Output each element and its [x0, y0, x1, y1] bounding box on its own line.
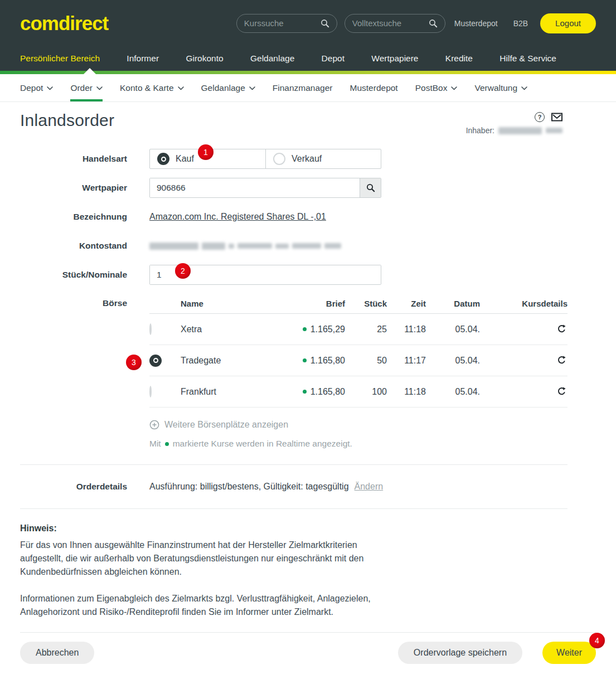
- radio-selected-icon[interactable]: [149, 355, 162, 367]
- realtime-dot-icon: [303, 358, 307, 362]
- kurssuche-search[interactable]: [236, 14, 337, 33]
- inhaber-redacted: [498, 127, 542, 134]
- boerse-table: Name Brief Stück Zeit Datum Kursdetails …: [149, 294, 568, 449]
- refresh-icon[interactable]: [557, 356, 566, 365]
- col-brief: Brief: [278, 299, 345, 308]
- hinweis-section: Hinweis: Für das von Ihnen ausgewählte F…: [20, 523, 596, 619]
- chevron-down-icon: [521, 86, 527, 90]
- handelsart-label: Handelsart: [20, 154, 127, 164]
- help-icon[interactable]: ?: [535, 112, 545, 122]
- divider: [20, 508, 568, 509]
- wertpapier-field: [149, 178, 381, 198]
- nav-depot[interactable]: Depot: [322, 54, 345, 64]
- col-stueck: Stück: [345, 299, 387, 308]
- search-icon: [321, 19, 329, 28]
- weiter-button[interactable]: Weiter: [542, 642, 596, 664]
- chevron-down-icon: [249, 86, 255, 90]
- top-header: comdirect Musterdepot B2B Logout: [0, 0, 616, 46]
- subnav-order[interactable]: Order: [70, 74, 103, 101]
- volltextsuche-search[interactable]: [345, 14, 445, 33]
- inhaber-label: Inhaber:: [466, 126, 494, 135]
- wertpapier-label: Wertpapier: [20, 183, 127, 193]
- divider: [20, 632, 596, 633]
- annotation-badge-1: 1: [198, 144, 214, 160]
- hinweis-paragraph-2: Informationen zum Eigenabgleich des Ziel…: [20, 592, 382, 619]
- footer-actions: Abbrechen Ordervorlage speichern Weiter …: [20, 642, 596, 678]
- verkauf-radio-option[interactable]: Verkauf: [265, 149, 381, 168]
- volltextsuche-input[interactable]: [352, 18, 429, 28]
- col-datum: Datum: [426, 299, 480, 308]
- inhaber-redacted: [546, 128, 562, 133]
- kurssuche-input[interactable]: [244, 18, 321, 28]
- wertpapier-search-button[interactable]: [360, 178, 381, 197]
- subnav-verwaltung[interactable]: Verwaltung: [474, 74, 527, 101]
- aendern-link[interactable]: Ändern: [355, 482, 384, 492]
- handelsart-segmented-control: Kauf 1 Verkauf: [149, 149, 381, 169]
- abbrechen-button[interactable]: Abbrechen: [20, 642, 94, 664]
- subnav-geldanlage[interactable]: Geldanlage: [201, 74, 255, 101]
- musterdepot-link[interactable]: Musterdepot: [454, 19, 498, 28]
- wertpapier-input[interactable]: [150, 178, 360, 197]
- chevron-down-icon: [451, 86, 457, 90]
- mail-icon[interactable]: [551, 113, 562, 122]
- table-row-tradegate[interactable]: 3 Tradegate 1.165,80 50 11:17 05.04.: [149, 345, 568, 376]
- plus-circle-icon: [149, 420, 159, 430]
- order-form: Handelsart Kauf 1 Verkauf Wertpapier: [20, 149, 596, 678]
- kauf-radio-option[interactable]: Kauf 1: [150, 149, 265, 168]
- subnav-konto-karte[interactable]: Konto & Karte: [120, 74, 184, 101]
- annotation-badge-4: 4: [589, 633, 605, 648]
- table-row-xetra[interactable]: Xetra 1.165,29 25 11:18 05.04.: [149, 314, 568, 345]
- subnav-finanzmanager[interactable]: Finanzmanager: [273, 74, 333, 101]
- radio-unselected-icon[interactable]: [273, 153, 285, 165]
- radio-unselected-icon[interactable]: [149, 386, 152, 397]
- b2b-link[interactable]: B2B: [513, 19, 528, 28]
- nav-informer[interactable]: Informer: [127, 54, 159, 64]
- nav-wertpapiere[interactable]: Wertpapiere: [371, 54, 418, 64]
- nav-persoenlicher-bereich[interactable]: Persönlicher Bereich: [20, 54, 100, 64]
- comdirect-logo[interactable]: comdirect: [20, 12, 108, 35]
- orderdetails-label: Orderdetails: [20, 482, 127, 492]
- main-content: Inlandsorder ? Inhaber: Handelsart Kau: [0, 111, 616, 678]
- chevron-down-icon: [96, 86, 103, 90]
- bezeichnung-link[interactable]: Amazon.com Inc. Registered Shares DL -,0…: [149, 212, 326, 222]
- col-kursdetails: Kursdetails: [480, 299, 568, 308]
- verkauf-label: Verkauf: [292, 154, 322, 164]
- nav-geldanlage[interactable]: Geldanlage: [250, 54, 294, 64]
- hinweis-title: Hinweis:: [20, 523, 596, 534]
- header-search-group: [236, 14, 445, 33]
- col-name: Name: [181, 299, 278, 308]
- refresh-icon[interactable]: [557, 324, 566, 334]
- nav-girokonto[interactable]: Girokonto: [186, 54, 223, 64]
- table-row-frankfurt[interactable]: Frankfurt 1.165,80 100 11:18 05.04.: [149, 376, 568, 408]
- realtime-dot-icon: [303, 390, 307, 394]
- boerse-table-header: Name Brief Stück Zeit Datum Kursdetails: [149, 294, 568, 314]
- boerse-label: Börse: [20, 294, 127, 308]
- realtime-dot-icon: [303, 327, 307, 331]
- page-title: Inlandsorder: [20, 111, 114, 130]
- nav-hilfe-service[interactable]: Hilfe & Service: [499, 54, 556, 64]
- subnav-musterdepot[interactable]: Musterdepot: [350, 74, 398, 101]
- subnav-postbox[interactable]: PostBox: [415, 74, 458, 101]
- stueck-field: 2: [149, 265, 381, 285]
- weitere-boersenplaetze-link[interactable]: Weitere Börsenplätze anzeigen: [149, 420, 568, 430]
- logout-button[interactable]: Logout: [540, 13, 596, 33]
- inhaber-line: Inhaber:: [466, 126, 562, 135]
- nav-active-notch: [84, 68, 96, 74]
- realtime-note: Mit markierte Kurse werden in Realtime a…: [149, 439, 568, 449]
- subnav-depot[interactable]: Depot: [20, 74, 53, 101]
- search-icon: [366, 183, 375, 192]
- radio-selected-icon[interactable]: [157, 153, 169, 165]
- annotation-badge-2: 2: [175, 263, 191, 279]
- realtime-dot-icon: [165, 442, 169, 446]
- refresh-icon[interactable]: [557, 387, 566, 396]
- main-navigation: Persönlicher Bereich Informer Girokonto …: [0, 46, 616, 74]
- chevron-down-icon: [47, 86, 53, 90]
- radio-unselected-icon[interactable]: [149, 323, 152, 335]
- ordervorlage-speichern-button[interactable]: Ordervorlage speichern: [398, 642, 522, 664]
- orderdetails-text: Ausführung: billigst/bestens, Gültigkeit…: [149, 482, 349, 492]
- nav-kredite[interactable]: Kredite: [445, 54, 473, 64]
- orderdetails-row: Orderdetails Ausführung: billigst/besten…: [20, 465, 596, 508]
- kontostand-redacted-value: [149, 243, 341, 250]
- search-icon: [429, 19, 438, 28]
- stueck-nominale-label: Stück/Nominale: [20, 270, 127, 280]
